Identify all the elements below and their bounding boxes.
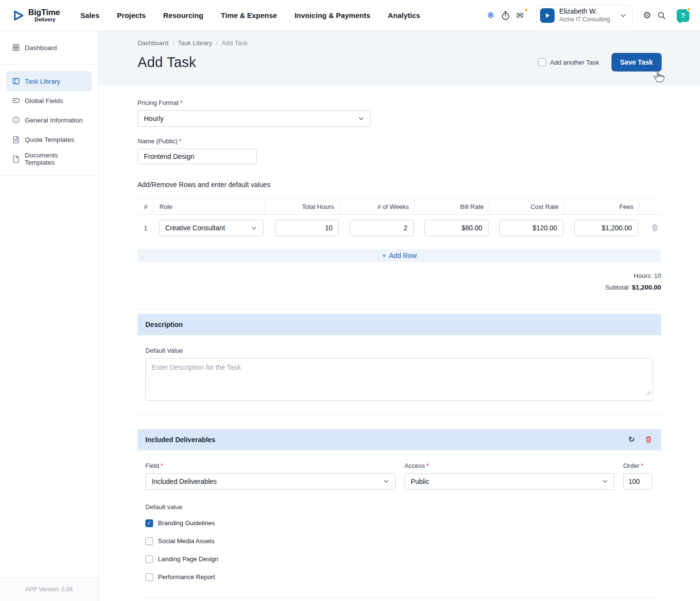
deliverables-options-list: Branding Guidelines Social Media Assets … xyxy=(145,519,653,581)
add-another-task-checkbox[interactable] xyxy=(538,58,546,66)
brand-name: BigTime xyxy=(28,8,60,17)
sidebar-item-label: Global Fields xyxy=(25,97,63,104)
sidebar-item-quote-templates[interactable]: Quote Templates xyxy=(7,130,91,149)
hours-value: 10 xyxy=(654,272,661,279)
app-window: BigTime Delivery Sales Projects Resourci… xyxy=(0,0,700,601)
role-select[interactable]: Creative Consultant xyxy=(159,220,263,236)
quote-document-icon xyxy=(12,136,20,143)
search-icon[interactable] xyxy=(654,8,669,23)
sidebar-item-global-fields[interactable]: Global Fields xyxy=(7,91,91,110)
settings-gear-icon[interactable]: ⚙ xyxy=(640,8,654,23)
header-fees: Fees xyxy=(564,199,639,214)
section-divider xyxy=(138,598,661,598)
sidebar-item-task-library[interactable]: Task Library xyxy=(7,71,91,91)
nav-item-time-expense[interactable]: Time & Expense xyxy=(221,11,277,19)
delete-section-trash-icon[interactable] xyxy=(644,435,653,445)
pricing-format-select[interactable]: Hourly xyxy=(138,110,371,127)
account-switcher[interactable]: Elizabeth W. Acme IT Consulting xyxy=(536,5,633,26)
account-name: Elizabeth W. xyxy=(560,7,611,16)
row-number: 1 xyxy=(138,224,153,232)
label-text: Field xyxy=(145,462,159,469)
breadcrumb-dashboard[interactable]: Dashboard xyxy=(138,39,169,47)
sidebar-item-dashboard[interactable]: Dashboard xyxy=(7,38,91,57)
branding-guidelines-checkbox[interactable] xyxy=(145,519,153,527)
total-hours-cell xyxy=(269,220,344,236)
field-label: Field * xyxy=(145,462,396,469)
chevron-down-icon xyxy=(358,115,365,122)
performance-report-checkbox[interactable] xyxy=(145,573,153,581)
refresh-icon[interactable]: ↻ xyxy=(629,436,635,444)
nav-item-sales[interactable]: Sales xyxy=(80,11,99,19)
sidebar-item-label: Documents Templates xyxy=(25,152,86,166)
bigtime-logo[interactable]: BigTime Delivery xyxy=(11,8,60,23)
social-media-assets-checkbox[interactable] xyxy=(145,537,153,545)
sidebar-item-label: Quote Templates xyxy=(25,136,74,143)
breadcrumb-add-task: Add Task xyxy=(222,39,247,47)
app-version-label: APP Version: 2.04 xyxy=(0,577,98,601)
fees-input[interactable] xyxy=(574,220,638,236)
sidebar-divider xyxy=(0,175,98,176)
mail-icon[interactable]: ✉ xyxy=(513,8,527,23)
required-asterisk: * xyxy=(180,99,183,106)
breadcrumb-task-library[interactable]: Task Library xyxy=(178,39,212,47)
order-input[interactable] xyxy=(623,473,652,490)
topbar-right-actions: ❄ ✉ Elizabeth W. Acme IT Consulting xyxy=(484,5,690,26)
sidebar-item-documents-templates[interactable]: Documents Templates xyxy=(7,149,91,169)
sidebar: Dashboard Task Library Global Fields xyxy=(0,31,99,601)
add-another-task-group: Add another Task xyxy=(538,58,599,66)
field-select-group: Field * Included Deliverables xyxy=(145,462,396,490)
account-text: Elizabeth W. Acme IT Consulting xyxy=(560,7,611,23)
sidebar-item-label: Task Library xyxy=(25,78,60,85)
help-icon[interactable]: ? xyxy=(677,9,689,22)
account-company: Acme IT Consulting xyxy=(560,16,611,23)
access-select[interactable]: Public xyxy=(404,473,614,490)
rows-table-header: # Role Total Hours # of Weeks Bill Rate … xyxy=(138,198,661,215)
logo-text: BigTime Delivery xyxy=(28,8,60,22)
hours-total: Hours: 10 xyxy=(138,271,661,282)
table-row: 1 Creative Consultant xyxy=(138,215,661,243)
field-select[interactable]: Included Deliverables xyxy=(145,473,396,490)
nav-item-projects[interactable]: Projects xyxy=(117,11,146,19)
delete-row-trash-icon[interactable] xyxy=(650,223,660,233)
brand-sub: Delivery xyxy=(28,17,60,22)
list-item: Branding Guidelines xyxy=(145,519,653,527)
main-nav: Sales Projects Resourcing Time & Expense… xyxy=(80,11,420,19)
nav-item-invoicing-payments[interactable]: Invoicing & Payments xyxy=(295,11,370,19)
section-divider xyxy=(138,309,661,309)
cost-rate-input[interactable] xyxy=(499,220,563,236)
description-textarea[interactable] xyxy=(145,358,653,401)
row-actions-cell xyxy=(644,223,666,233)
chevron-down-icon xyxy=(602,478,608,484)
top-navigation-bar: BigTime Delivery Sales Projects Resourci… xyxy=(0,0,700,31)
nav-item-resourcing[interactable]: Resourcing xyxy=(163,11,204,19)
name-public-input[interactable] xyxy=(138,149,257,164)
description-default-value-label: Default Value xyxy=(145,347,653,354)
timer-icon[interactable] xyxy=(498,8,513,23)
weeks-input[interactable] xyxy=(350,220,414,236)
resize-handle-icon[interactable] xyxy=(646,389,651,397)
total-hours-input[interactable] xyxy=(275,220,339,236)
option-label: Performance Report xyxy=(158,573,215,581)
cost-rate-cell xyxy=(494,220,569,236)
subtotal: Subtotal: $1,200.00 xyxy=(138,282,661,293)
bill-rate-input[interactable] xyxy=(424,220,489,236)
save-task-button[interactable]: Save Task xyxy=(612,53,661,71)
nav-item-analytics[interactable]: Analytics xyxy=(388,11,420,19)
chevron-down-icon xyxy=(251,225,257,231)
pricing-format-value: Hourly xyxy=(144,115,163,122)
save-task-label: Save Task xyxy=(620,58,653,66)
order-input-group: Order * xyxy=(623,462,652,490)
add-row-button[interactable]: + Add Row xyxy=(138,249,661,262)
add-row-label: Add Row xyxy=(389,252,417,259)
name-public-field: Name (Public) * xyxy=(138,137,661,164)
label-text: Pricing Format xyxy=(138,99,179,106)
snowflake-icon[interactable]: ❄ xyxy=(484,8,498,23)
header-cost-rate: Cost Rate xyxy=(489,199,564,214)
description-section-header: Description xyxy=(138,314,661,335)
breadcrumb-separator: / xyxy=(173,39,175,47)
landing-page-design-checkbox[interactable] xyxy=(145,555,153,563)
info-circle-icon xyxy=(12,116,20,124)
sidebar-item-general-information[interactable]: General Information xyxy=(7,110,91,130)
label-text: Access xyxy=(404,462,425,469)
breadcrumb: Dashboard / Task Library / Add Task xyxy=(138,31,661,47)
